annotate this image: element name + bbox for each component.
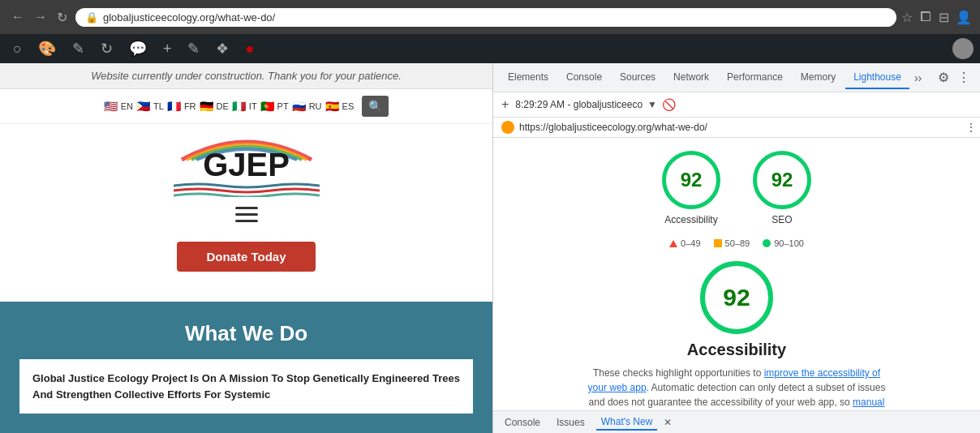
lang-en[interactable]: EN (121, 101, 133, 111)
profile-button[interactable]: 👤 (956, 10, 972, 25)
main-area: Website currently under construction. Th… (0, 63, 980, 433)
devtools-url: https://globaljusticeecology.org/what-we… (519, 122, 707, 133)
address-url: globaljusticeecology.org/what-we-do/ (103, 11, 887, 24)
hero-title: What We Do (19, 321, 473, 346)
diamond-button[interactable]: ❖ (209, 35, 235, 62)
hamburger-line-1 (235, 207, 258, 209)
donate-button[interactable]: Donate Today (177, 242, 315, 272)
legend-high: 90–100 (763, 238, 804, 248)
tab-memory[interactable]: Memory (793, 66, 844, 89)
wp-profile-avatar[interactable] (952, 38, 974, 59)
more-tabs-button[interactable]: ›› (911, 68, 925, 88)
language-bar: 🇺🇸 EN 🇵🇭 TL 🇫🇷 FR 🇩🇪 DE 🇮🇹 IT 🇵🇹 PT 🇷🇺 R… (0, 89, 492, 124)
scores-legend: 0–49 50–89 90–100 (506, 238, 967, 248)
tab-sources[interactable]: Sources (612, 66, 664, 89)
timestamp-dropdown[interactable]: ▼ (647, 99, 657, 110)
tab-performance[interactable]: Performance (719, 66, 791, 89)
bottom-tab-whats-new[interactable]: What's New (596, 414, 658, 431)
hero-section: What We Do Global Justice Ecology Projec… (0, 302, 492, 433)
manual-testing-link[interactable]: manual testing (679, 397, 885, 410)
flag-ru[interactable]: 🇷🇺 (292, 100, 306, 113)
tab-network[interactable]: Network (665, 66, 717, 89)
devtools-toolbar: + 8:29:29 AM - globaljusticeeco ▼ 🚫 (493, 92, 980, 118)
customize-button[interactable]: 🎨 (32, 35, 62, 62)
legend-low-icon (669, 240, 677, 247)
lang-it[interactable]: IT (249, 101, 257, 111)
extensions-button[interactable]: ⧠ (919, 10, 932, 24)
search-button[interactable]: 🔍 (362, 96, 389, 117)
devtools-url-row: https://globaljusticeecology.org/what-we… (493, 118, 980, 138)
new-button[interactable]: + (157, 36, 178, 62)
accessibility-score-value: 92 (681, 169, 703, 191)
score-item-accessibility: 92 Accessibility (662, 151, 720, 225)
flag-de[interactable]: 🇩🇪 (200, 100, 213, 113)
split-button[interactable]: ⊟ (939, 10, 949, 25)
reload-button[interactable]: ↻ (54, 6, 71, 28)
wp-toolbar: ○ 🎨 ✎ ↻ 💬 + ✎ ❖ ● (0, 34, 980, 63)
lang-ru[interactable]: RU (309, 101, 322, 111)
browser-chrome: ← → ↻ 🔒 globaljusticeecology.org/what-we… (0, 0, 980, 34)
address-bar[interactable]: 🔒 globaljusticeecology.org/what-we-do/ (75, 8, 896, 27)
pencil-button[interactable]: ✎ (181, 35, 206, 62)
tab-console[interactable]: Console (558, 66, 610, 89)
updates-button[interactable]: ↻ (94, 35, 119, 62)
hamburger-line-2 (235, 213, 258, 216)
lighthouse-logo-icon (501, 121, 514, 134)
hero-subtitle: Global Justice Ecology Project Is On A M… (32, 371, 460, 402)
seo-score-value: 92 (772, 169, 793, 191)
logo-waves (174, 182, 320, 197)
edit-button[interactable]: ✎ (66, 35, 91, 62)
browser-top-bar: ← → ↻ 🔒 globaljusticeecology.org/what-we… (0, 0, 980, 34)
devtools-bottom-bar: Console Issues What's New ✕ (493, 410, 980, 433)
flag-pt[interactable]: 🇵🇹 (260, 100, 274, 113)
score-item-seo: 92 SEO (753, 151, 811, 225)
legend-high-icon (763, 239, 771, 247)
browser-actions: ☆ ⧠ ⊟ 👤 (901, 10, 972, 25)
record-button[interactable]: ● (239, 36, 260, 62)
legend-mid: 50–89 (714, 238, 750, 248)
lang-tl[interactable]: TL (153, 101, 164, 111)
comments-button[interactable]: 💬 (122, 35, 153, 62)
lang-es[interactable]: ES (342, 101, 355, 111)
big-accessibility-circle: 92 (700, 261, 773, 334)
seo-score-label: SEO (772, 214, 792, 225)
wp-logo-button[interactable]: ○ (6, 36, 28, 62)
accessibility-score-circle: 92 (662, 151, 720, 209)
back-button[interactable]: ← (8, 6, 28, 28)
bottom-tab-console[interactable]: Console (500, 415, 545, 430)
hamburger-menu-container (0, 204, 492, 225)
tab-lighthouse[interactable]: Lighthouse (845, 66, 909, 89)
devtools-content: 92 Accessibility 92 SEO 0–49 (493, 138, 980, 410)
flag-es[interactable]: 🇪🇸 (325, 100, 339, 113)
flag-tl[interactable]: 🇵🇭 (136, 100, 150, 113)
legend-mid-icon (714, 239, 722, 247)
timestamp-text: 8:29:29 AM - globaljusticeeco (515, 99, 643, 110)
bottom-tab-issues[interactable]: Issues (552, 415, 590, 430)
legend-low-label: 0–49 (681, 238, 700, 248)
hero-subtitle-box: Global Justice Ecology Project Is On A M… (19, 359, 473, 414)
lock-icon: 🔒 (85, 11, 98, 24)
flag-it[interactable]: 🇮🇹 (232, 100, 246, 113)
legend-low: 0–49 (669, 238, 700, 248)
clear-icon[interactable]: 🚫 (662, 98, 676, 111)
flag-en[interactable]: 🇺🇸 (104, 100, 118, 113)
hamburger-menu-button[interactable] (235, 207, 258, 222)
forward-button[interactable]: → (31, 6, 50, 28)
devtools-settings-button[interactable]: ⚙ (935, 66, 952, 88)
improve-accessibility-link[interactable]: improve the accessibility of your web ap… (588, 367, 881, 393)
accessibility-description: These checks highlight opportunities to … (582, 366, 891, 410)
flag-fr[interactable]: 🇫🇷 (167, 100, 181, 113)
lang-fr[interactable]: FR (184, 101, 196, 111)
site-notice: Website currently under construction. Th… (0, 63, 492, 89)
bottom-tab-close[interactable]: ✕ (664, 417, 672, 428)
bookmark-button[interactable]: ☆ (901, 10, 913, 25)
tab-elements[interactable]: Elements (500, 66, 557, 89)
devtools-more-button[interactable]: ⋮ (954, 66, 974, 88)
lang-de[interactable]: DE (217, 101, 229, 111)
url-more-button[interactable]: ⋮ (965, 121, 977, 134)
logo-text: GJEP (174, 148, 320, 181)
seo-score-circle: 92 (753, 151, 811, 209)
lighthouse-reload-button[interactable]: + (501, 97, 509, 112)
devtools-tabs: Elements Console Sources Network Perform… (493, 63, 980, 92)
lang-pt[interactable]: PT (277, 101, 289, 111)
